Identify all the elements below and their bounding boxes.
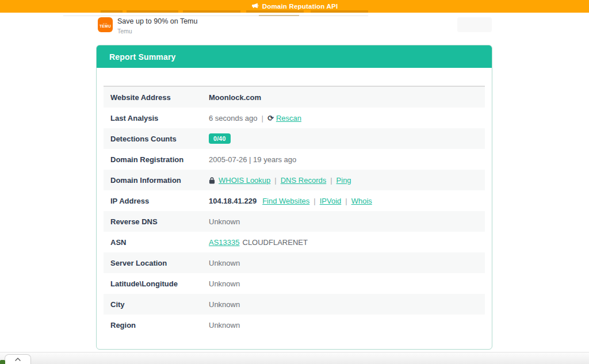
table-row-server-location: Server Location Unknown	[104, 252, 485, 273]
website-address-value: Moonlock.com	[209, 93, 261, 102]
ip-address-value: 104.18.41.229	[209, 197, 257, 205]
ping-link[interactable]: Ping	[336, 176, 351, 185]
ad-remnant	[246, 10, 304, 13]
table-row-registration: Domain Registration 2005-07-26 | 19 year…	[104, 149, 485, 170]
table-row-domain-information: Domain Information WHOIS Lookup | DNS Re…	[104, 170, 485, 190]
whois-lookup-link[interactable]: WHOIS Lookup	[219, 176, 270, 185]
reverse-dns-value: Unknown	[209, 217, 240, 226]
ad-info-button[interactable]	[457, 17, 492, 32]
city-value: Unknown	[209, 300, 240, 309]
whois-link[interactable]: Whois	[351, 197, 372, 205]
megaphone-icon	[251, 3, 259, 10]
separator: |	[274, 176, 276, 185]
last-analysis-time: 6 seconds ago	[209, 114, 258, 122]
ipvoid-link[interactable]: IPVoid	[320, 197, 342, 205]
server-location-value: Unknown	[209, 259, 240, 267]
separator: |	[262, 114, 263, 122]
separator: |	[313, 197, 315, 205]
row-label: Region	[104, 321, 209, 329]
ad-image-fragment	[0, 360, 5, 364]
separator: |	[330, 176, 332, 185]
detections-badge: 0/40	[209, 133, 231, 144]
table-row-latitude-longitude: Latitude\Longitude Unknown	[104, 273, 485, 294]
announcement-banner[interactable]: Domain Reputation API	[0, 0, 589, 13]
latitude-longitude-value: Unknown	[209, 279, 240, 288]
row-label: Last Analysis	[104, 114, 209, 122]
rescan-link[interactable]: Rescan	[276, 114, 301, 122]
banner-title: Domain Reputation API	[262, 3, 338, 10]
collapse-ad-tab[interactable]	[5, 354, 31, 364]
chevron-up-icon	[14, 357, 21, 362]
ad-title[interactable]: Save up to 90% on Temu	[117, 17, 197, 25]
card-title: Report Summary	[109, 52, 176, 62]
table-row-last-analysis: Last Analysis 6 seconds ago | ⟳ Rescan	[104, 108, 485, 128]
row-label: IP Address	[104, 197, 209, 205]
row-label: ASN	[104, 238, 209, 247]
find-websites-link[interactable]: Find Websites	[262, 197, 309, 205]
row-label: Latitude\Longitude	[104, 279, 209, 288]
table-row-city: City Unknown	[104, 294, 485, 315]
region-value: Unknown	[209, 321, 240, 329]
ad-remnant	[311, 10, 368, 13]
temu-logo[interactable]: ⌣⌣ TEMU	[98, 17, 113, 32]
row-label: Domain Information	[104, 176, 209, 185]
ad-remnant	[127, 10, 178, 13]
table-row-region: Region Unknown	[104, 315, 485, 335]
report-summary-card: Report Summary Website Address Moonlock.…	[96, 45, 492, 350]
row-label: Detections Counts	[104, 135, 209, 143]
row-label: Server Location	[104, 259, 209, 267]
separator: |	[345, 197, 347, 205]
table-row-detections: Detections Counts 0/40	[104, 128, 485, 149]
table-row-website-address: Website Address Moonlock.com	[104, 87, 485, 108]
ad-remnant	[101, 10, 123, 13]
ad-frame-edge	[63, 16, 368, 16]
row-label: Website Address	[104, 93, 209, 102]
ad-anchor-strip	[0, 352, 589, 364]
dns-records-link[interactable]: DNS Records	[281, 176, 326, 185]
lock-icon	[209, 177, 215, 184]
table-row-ip-address: IP Address 104.18.41.229 Find Websites |…	[104, 190, 485, 211]
row-label: Domain Registration	[104, 155, 209, 164]
asn-link[interactable]: AS13335	[209, 238, 240, 247]
ad-remnant	[183, 10, 240, 13]
ad-frame-edge	[259, 15, 299, 16]
ad-unit: ⌣⌣ TEMU Save up to 90% on Temu Temu	[98, 17, 197, 35]
row-label: Reverse DNS	[104, 217, 209, 226]
asn-org-value: CLOUDFLARENET	[243, 238, 308, 247]
table-row-reverse-dns: Reverse DNS Unknown	[104, 211, 485, 232]
table-row-asn: ASN AS13335 CLOUDFLARENET	[104, 232, 485, 252]
row-label: City	[104, 300, 209, 309]
ad-advertiser: Temu	[117, 28, 197, 35]
report-table: Website Address Moonlock.com Last Analys…	[104, 86, 485, 335]
card-header: Report Summary	[97, 45, 492, 68]
refresh-icon[interactable]: ⟳	[267, 114, 274, 122]
registration-value: 2005-07-26 | 19 years ago	[209, 155, 296, 164]
temu-logo-text: TEMU	[100, 24, 111, 28]
